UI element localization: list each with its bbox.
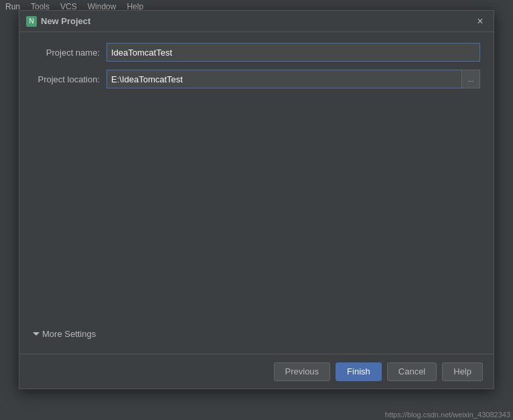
project-name-row: Project name: <box>33 43 480 62</box>
finish-button[interactable]: Finish <box>336 362 382 381</box>
project-location-input-group: ... <box>106 70 480 88</box>
dialog-content: Project name: Project location: ... More… <box>19 32 494 354</box>
project-location-label: Project location: <box>33 74 106 84</box>
dialog-titlebar: N New Project × <box>19 11 494 32</box>
dialog-title-left: N New Project <box>26 16 90 27</box>
more-settings[interactable]: More Settings <box>33 326 96 342</box>
project-location-row: Project location: ... <box>33 70 480 88</box>
browse-button[interactable]: ... <box>461 70 480 88</box>
more-settings-arrow-icon <box>33 332 40 336</box>
previous-button[interactable]: Previous <box>274 362 331 381</box>
new-project-icon: N <box>26 16 37 27</box>
new-project-dialog: N New Project × Project name: Project lo… <box>19 10 494 389</box>
project-name-input[interactable] <box>106 43 480 62</box>
project-name-label: Project name: <box>33 48 106 58</box>
empty-area <box>33 96 480 324</box>
more-settings-label: More Settings <box>42 329 96 339</box>
project-location-input[interactable] <box>106 70 461 88</box>
dialog-footer: Previous Finish Cancel Help <box>19 354 494 389</box>
close-button[interactable]: × <box>473 15 487 28</box>
help-button[interactable]: Help <box>442 362 483 381</box>
watermark: https://blog.csdn.net/weixin_43082343 <box>385 411 510 419</box>
dialog-title: New Project <box>41 16 90 26</box>
cancel-button[interactable]: Cancel <box>387 362 437 381</box>
